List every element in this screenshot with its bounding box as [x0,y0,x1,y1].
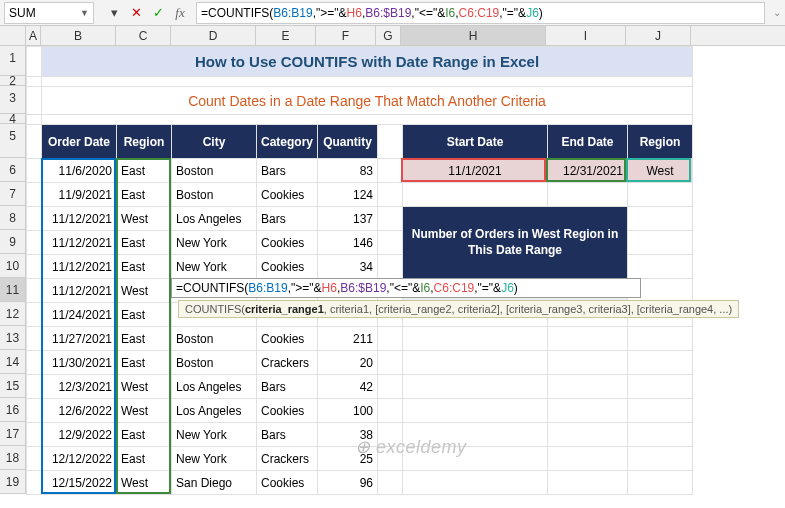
cell[interactable]: Cookies [257,399,318,423]
cell[interactable]: East [117,447,172,471]
row-header[interactable]: 8 [0,206,26,230]
cell[interactable]: 11/27/2021 [42,327,117,351]
row-header[interactable]: 6 [0,158,26,182]
row-header[interactable]: 17 [0,422,26,446]
cell[interactable]: West [117,375,172,399]
col-header[interactable]: F [316,26,376,45]
col-header[interactable]: E [256,26,316,45]
cancel-icon[interactable]: ✕ [126,3,146,23]
cell[interactable]: 20 [318,351,378,375]
cell[interactable]: 12/9/2022 [42,423,117,447]
cell[interactable]: 211 [318,327,378,351]
cell[interactable]: Bars [257,207,318,231]
start-date-cell[interactable]: 11/1/2021 [403,159,548,183]
cell[interactable]: Bars [257,375,318,399]
col-header[interactable]: J [626,26,691,45]
cell[interactable]: 12/6/2022 [42,399,117,423]
cell[interactable]: 11/12/2021 [42,207,117,231]
cell[interactable]: New York [172,447,257,471]
cell[interactable]: Cookies [257,471,318,495]
col-header[interactable]: I [546,26,626,45]
end-date-cell[interactable]: 12/31/2021 [548,159,628,183]
cell[interactable]: 12/12/2022 [42,447,117,471]
cell[interactable]: 11/12/2021 [42,279,117,303]
row-header[interactable]: 11 [0,278,26,302]
cell[interactable]: West [117,399,172,423]
cell[interactable]: 124 [318,183,378,207]
dropdown-icon[interactable]: ▾ [104,3,124,23]
inline-formula-overlay[interactable]: =COUNTIFS(B6:B19,">="&H6,B6:$B19,"<="&I6… [171,278,641,298]
expand-formula-bar-icon[interactable]: ⌄ [769,7,785,18]
cell[interactable]: New York [172,423,257,447]
row-header[interactable]: 14 [0,350,26,374]
cell[interactable]: New York [172,255,257,279]
cell[interactable]: 96 [318,471,378,495]
cell[interactable]: East [117,231,172,255]
cell[interactable]: Boston [172,183,257,207]
cell[interactable]: Bars [257,423,318,447]
cell[interactable]: Los Angeles [172,207,257,231]
row-header[interactable]: 10 [0,254,26,278]
cell[interactable]: Cookies [257,231,318,255]
cell[interactable]: East [117,423,172,447]
row-header[interactable]: 4 [0,114,26,124]
cell[interactable]: 12/15/2022 [42,471,117,495]
cell[interactable]: New York [172,231,257,255]
cell[interactable]: 11/6/2020 [42,159,117,183]
fx-icon[interactable]: fx [170,3,190,23]
cell[interactable]: East [117,351,172,375]
row-header[interactable]: 12 [0,302,26,326]
cell[interactable]: Boston [172,159,257,183]
cell[interactable]: Cookies [257,255,318,279]
cell[interactable]: Cookies [257,183,318,207]
row-header[interactable]: 7 [0,182,26,206]
cell[interactable]: Cookies [257,327,318,351]
col-header[interactable]: C [116,26,171,45]
row-header[interactable]: 15 [0,374,26,398]
cell[interactable]: West [117,207,172,231]
cell[interactable]: Crackers [257,447,318,471]
row-header[interactable]: 16 [0,398,26,422]
row-header[interactable]: 9 [0,230,26,254]
formula-input[interactable]: =COUNTIFS(B6:B19,">="&H6,B6:$B19,"<="&I6… [196,2,765,24]
col-header[interactable]: D [171,26,256,45]
row-header[interactable]: 19 [0,470,26,494]
cell[interactable]: 11/30/2021 [42,351,117,375]
cell[interactable]: 11/12/2021 [42,255,117,279]
cell[interactable]: 42 [318,375,378,399]
cell[interactable]: San Diego [172,471,257,495]
cell[interactable]: East [117,255,172,279]
cell[interactable]: 25 [318,447,378,471]
cell[interactable]: Los Angeles [172,399,257,423]
cell[interactable]: 34 [318,255,378,279]
name-box-dropdown-icon[interactable]: ▼ [80,8,89,18]
cell[interactable]: East [117,183,172,207]
cell[interactable]: Boston [172,327,257,351]
accept-icon[interactable]: ✓ [148,3,168,23]
cell[interactable]: Crackers [257,351,318,375]
cell[interactable]: 83 [318,159,378,183]
cell[interactable]: West [117,471,172,495]
cell[interactable]: 11/12/2021 [42,231,117,255]
row-header[interactable]: 2 [0,76,26,86]
cell[interactable]: East [117,303,172,327]
col-header[interactable]: G [376,26,401,45]
cell[interactable]: West [117,279,172,303]
cell[interactable]: 38 [318,423,378,447]
cell[interactable]: East [117,327,172,351]
row-header[interactable]: 13 [0,326,26,350]
col-header[interactable]: H [401,26,546,45]
row-header[interactable]: 3 [0,86,26,114]
cell-area[interactable]: How to Use COUNTIFS with Date Range in E… [26,46,693,495]
cell[interactable]: 11/24/2021 [42,303,117,327]
col-header[interactable]: A [26,26,41,45]
row-header[interactable]: 5 [0,124,26,158]
cell[interactable]: 146 [318,231,378,255]
col-header[interactable]: B [41,26,116,45]
cell[interactable]: 12/3/2021 [42,375,117,399]
region-cell[interactable]: West [628,159,693,183]
row-header[interactable]: 18 [0,446,26,470]
cell[interactable]: Los Angeles [172,375,257,399]
cell[interactable]: Boston [172,351,257,375]
cell[interactable]: 100 [318,399,378,423]
